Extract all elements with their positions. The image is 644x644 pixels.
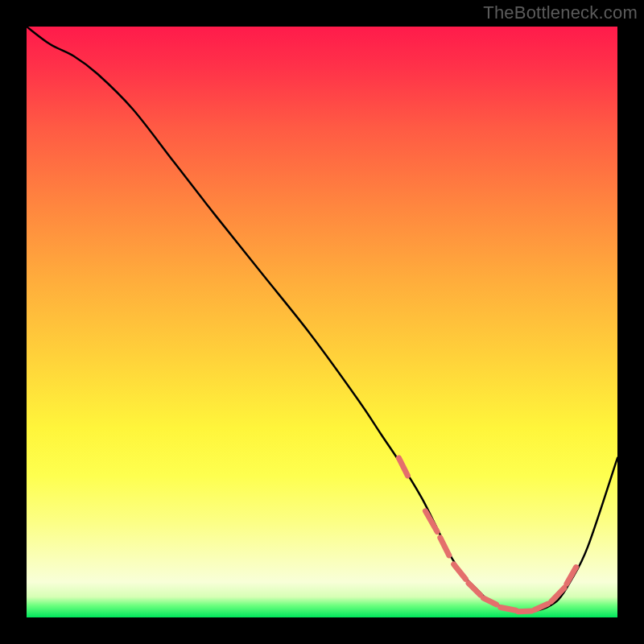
dash-segment <box>440 538 449 555</box>
watermark-text: TheBottleneck.com <box>483 2 638 23</box>
dash-segment <box>501 608 516 611</box>
curve-dash-overlay <box>398 458 576 612</box>
bottleneck-curve-svg <box>27 27 617 617</box>
dash-segment <box>398 458 407 476</box>
dash-segment <box>469 583 481 595</box>
plot-area <box>27 27 617 617</box>
bottleneck-curve <box>27 27 617 612</box>
dash-segment <box>454 564 466 579</box>
dash-segment <box>518 611 532 612</box>
chart-frame: TheBottleneck.com <box>0 0 644 644</box>
dash-segment <box>535 604 547 609</box>
dash-segment <box>483 598 496 605</box>
dash-segment <box>425 511 437 532</box>
